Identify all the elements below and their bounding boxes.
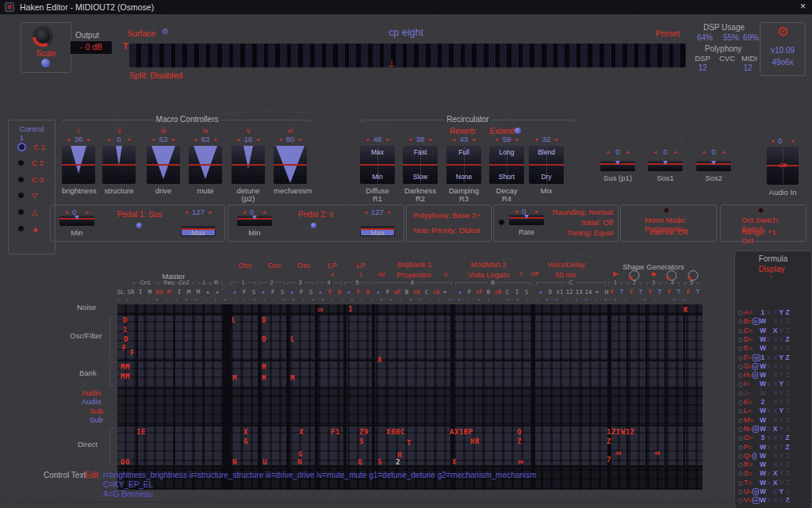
matrix-module-label[interactable]: 48 [378, 272, 385, 278]
decrement-arrow-icon[interactable]: ◄ [701, 150, 706, 155]
close-button[interactable]: × [800, 1, 806, 12]
formula-token[interactable]: Z [784, 372, 791, 379]
formula-token[interactable]: X [772, 444, 779, 451]
increment-arrow-icon[interactable]: ► [387, 210, 392, 215]
increment-arrow-icon[interactable]: ► [472, 137, 477, 142]
increment-arrow-icon[interactable]: ► [213, 137, 218, 142]
control1-radio[interactable] [17, 208, 25, 216]
formula-token[interactable]: X [772, 399, 779, 406]
formula-token[interactable]: X [772, 345, 779, 352]
matrix-column-header[interactable]: SR [127, 289, 134, 296]
matrix-module-label[interactable]: 0 [519, 271, 523, 277]
matrix-cell-value[interactable]: L [290, 336, 295, 343]
formula-token[interactable]: 2 [760, 399, 766, 406]
matrix-column-header[interactable]: M [167, 289, 171, 296]
matrix-cell-value[interactable]: L [232, 317, 236, 324]
matrix-column-header[interactable]: 13 [575, 289, 582, 296]
formula-token[interactable] [766, 399, 772, 406]
matrix-cell-value[interactable]: D [123, 317, 128, 324]
increment-arrow-icon[interactable]: ► [722, 150, 726, 155]
slider-bar[interactable] [648, 161, 683, 171]
recirc-value[interactable]: 59 [502, 135, 511, 143]
formula-token[interactable]: Z [784, 309, 791, 316]
decrement-arrow-icon[interactable]: ◄ [363, 210, 368, 215]
matrix-cell-value[interactable]: 2 [396, 459, 400, 466]
control1-radio[interactable] [17, 159, 25, 166]
matrix-column-header[interactable]: C [425, 289, 429, 296]
decrement-arrow-icon[interactable]: ◄ [451, 137, 456, 142]
macro-controller[interactable]: iv ◄ 63 ► mute [189, 127, 222, 195]
formula-token[interactable]: W [760, 479, 766, 487]
surface-gear-icon[interactable]: ⚙ [162, 28, 169, 36]
formula-token[interactable]: Z [784, 444, 791, 451]
decrement-arrow-icon[interactable]: ◄ [408, 137, 412, 142]
edit-button[interactable]: Edit [85, 471, 98, 479]
matrix-module-label[interactable]: Osc [297, 262, 311, 269]
formula-token[interactable]: 1 [760, 309, 766, 316]
preset-button[interactable]: Preset [656, 29, 680, 38]
formula-radio[interactable] [738, 356, 743, 361]
formula-token[interactable]: x [766, 407, 772, 414]
mono-interval[interactable]: Interval: Off [649, 227, 688, 236]
polyphony-mode[interactable]: Polyphony: Base 2+ [413, 211, 481, 220]
formula-radio[interactable] [738, 481, 743, 486]
matrix-cell-value[interactable]: OO [121, 459, 130, 466]
matrix-column-header[interactable]: ▲ [347, 289, 350, 294]
formula-token[interactable]: X [772, 497, 779, 504]
matrix-cell-value[interactable]: F1 [331, 429, 340, 436]
formula-token[interactable]: Z [784, 497, 791, 504]
increment-arrow-icon[interactable]: ► [626, 150, 630, 155]
formula-token[interactable]: Z [784, 318, 791, 325]
pedal-mini-slider[interactable]: ◄ 0 ► Sus (p1) [592, 147, 643, 182]
formula-token[interactable]: x [766, 434, 772, 441]
formula-token[interactable]: x [766, 380, 772, 388]
formula-token[interactable]: X [772, 354, 779, 361]
recirc-slider[interactable]: Max Min [360, 146, 395, 184]
matrix-cell-value[interactable]: X [299, 429, 304, 436]
formula-token[interactable]: Z [784, 345, 791, 352]
scale-dot[interactable] [41, 59, 50, 67]
formula-radio[interactable] [738, 392, 743, 396]
matrix-column-header[interactable]: B [338, 289, 342, 296]
formula-token[interactable]: X [772, 461, 779, 468]
split-status[interactable]: Split: Disabled [129, 71, 182, 80]
formula-token[interactable]: Y [778, 354, 784, 361]
formula-token[interactable]: Y [778, 434, 784, 441]
formula-token[interactable]: Y [778, 417, 784, 424]
formula-token[interactable]: Z [784, 363, 791, 370]
formula-token[interactable]: Y [778, 318, 784, 325]
formula-token[interactable]: Z [784, 336, 791, 343]
recirc-slider[interactable]: Fast Slow [403, 146, 438, 184]
increment-arrow-icon[interactable]: ► [673, 150, 678, 155]
macro-controller[interactable]: ii ◄ 0 ► structure [102, 127, 136, 195]
formula-token[interactable]: X [772, 390, 779, 397]
formula-token[interactable]: X [772, 434, 779, 441]
formula-radio[interactable] [738, 382, 743, 387]
formula-token[interactable]: W [760, 426, 766, 433]
formula-token[interactable]: W [760, 372, 766, 379]
formula-token[interactable]: Z [784, 453, 791, 460]
formula-token[interactable]: W [760, 470, 766, 477]
increment-arrow-icon[interactable]: ► [385, 137, 390, 142]
matrix-cell-value[interactable]: K [684, 307, 688, 314]
formula-display-button[interactable]: Display [759, 265, 785, 273]
matrix-module-label[interactable]: Osc [239, 262, 252, 269]
formula-token[interactable]: 1 [760, 354, 766, 361]
matrix-column-header[interactable]: ▲ [377, 289, 380, 294]
split-marker-icon[interactable]: ⊥ [388, 59, 396, 69]
formula-token[interactable] [766, 318, 772, 325]
matrix-cell-value[interactable]: F [122, 345, 127, 352]
macro-controller[interactable]: iii ◄ 63 ► drive [147, 127, 180, 195]
formula-token[interactable]: Z [784, 390, 791, 397]
formula-token[interactable]: Z [784, 426, 791, 433]
matrix-column-header[interactable]: I [139, 289, 143, 296]
macro-slider[interactable] [147, 146, 180, 184]
matrix-column-header[interactable]: T [658, 289, 662, 296]
shape-generator-knob[interactable]: ▶ [652, 271, 657, 277]
macro-slider[interactable] [62, 146, 95, 184]
slider-pointer[interactable] [663, 161, 668, 165]
matrix-module-label[interactable]: 50 ms [555, 271, 576, 279]
matrix-cell-value[interactable]: Z9 [359, 429, 369, 436]
matrix-cell-value[interactable]: HR [470, 438, 480, 445]
recirculator-control[interactable]: ◄ 38 ► Fast Slow Darkness R2 [403, 127, 438, 203]
